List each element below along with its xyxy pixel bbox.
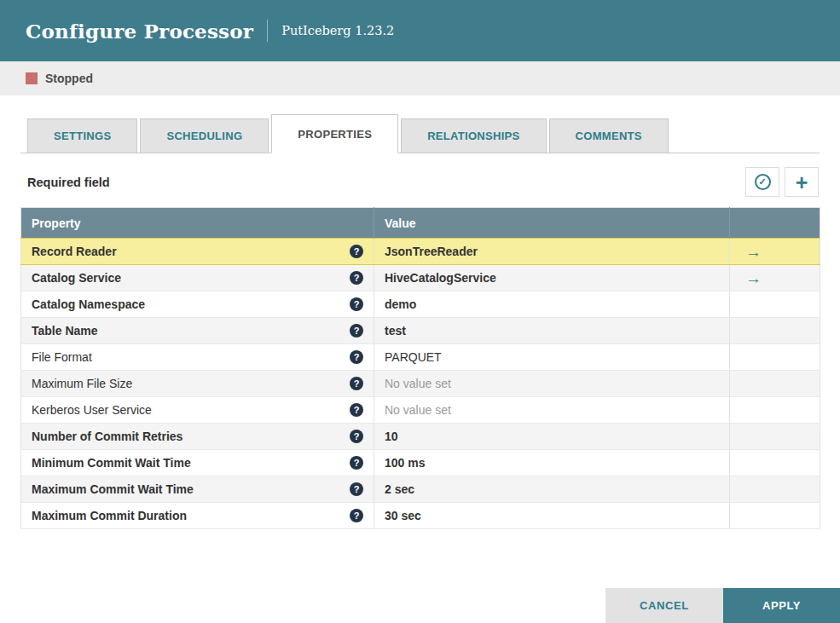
- property-name: Minimum Commit Wait Time: [32, 456, 191, 470]
- property-name-cell: Maximum File Size?: [21, 371, 374, 397]
- question-circle-icon[interactable]: ?: [350, 509, 363, 522]
- property-value[interactable]: No value set: [374, 371, 730, 397]
- question-circle-icon[interactable]: ?: [350, 456, 363, 470]
- dialog-header: Configure Processor PutIceberg 1.23.2: [0, 0, 840, 61]
- property-name-cell: Catalog Service?: [21, 265, 374, 291]
- property-name: Maximum Commit Wait Time: [32, 482, 194, 496]
- property-name-cell: Maximum Commit Duration?: [21, 503, 374, 529]
- property-name-cell: File Format?: [21, 344, 374, 371]
- go-to-service-arrow-icon[interactable]: →: [745, 269, 762, 287]
- property-name: Maximum File Size: [32, 377, 132, 390]
- actions-cell: →: [730, 265, 820, 291]
- property-row-maximum-commit-wait-time[interactable]: Maximum Commit Wait Time?2 sec: [21, 476, 820, 503]
- actions-cell: →: [730, 239, 820, 265]
- property-value[interactable]: 100 ms: [374, 450, 730, 476]
- property-value[interactable]: No value set: [374, 397, 730, 424]
- column-header-property: Property: [21, 208, 374, 239]
- question-circle-icon[interactable]: ?: [350, 403, 363, 417]
- property-name-cell: Record Reader?: [21, 239, 374, 265]
- apply-button[interactable]: APPLY: [723, 588, 840, 623]
- property-row-record-reader[interactable]: Record Reader?JsonTreeReader→: [21, 239, 820, 265]
- properties-toolbar: Required field ✓ +: [27, 167, 819, 197]
- property-row-maximum-commit-duration[interactable]: Maximum Commit Duration?30 sec: [21, 503, 820, 529]
- tab-bar: SETTINGSSCHEDULINGPROPERTIESRELATIONSHIP…: [20, 114, 820, 153]
- property-value[interactable]: 2 sec: [374, 476, 730, 503]
- property-name: Table Name: [32, 324, 98, 337]
- processor-type-version: PutIceberg 1.23.2: [281, 24, 394, 37]
- property-row-catalog-namespace[interactable]: Catalog Namespace?demo: [21, 291, 820, 318]
- property-name-cell: Maximum Commit Wait Time?: [21, 476, 374, 503]
- tab-relationships[interactable]: RELATIONSHIPS: [401, 118, 546, 153]
- question-circle-icon[interactable]: ?: [350, 350, 363, 364]
- check-circle-icon: ✓: [755, 174, 771, 190]
- column-header-actions: [730, 208, 820, 239]
- property-name: Maximum Commit Duration: [32, 509, 187, 522]
- plus-icon: +: [796, 173, 808, 192]
- question-circle-icon[interactable]: ?: [350, 482, 363, 496]
- property-value[interactable]: demo: [374, 291, 730, 318]
- tab-settings[interactable]: SETTINGS: [27, 118, 137, 153]
- property-name: Number of Commit Retries: [32, 430, 182, 443]
- question-circle-icon[interactable]: ?: [350, 377, 363, 390]
- required-field-label: Required field: [27, 176, 110, 189]
- property-row-catalog-service[interactable]: Catalog Service?HiveCatalogService→: [21, 265, 820, 291]
- property-name: Catalog Namespace: [32, 297, 145, 311]
- property-name-cell: Kerberos User Service?: [21, 397, 374, 424]
- property-name-cell: Number of Commit Retries?: [21, 424, 374, 450]
- actions-cell: [730, 291, 820, 318]
- verify-properties-button[interactable]: ✓: [745, 167, 779, 197]
- actions-cell: [730, 476, 820, 503]
- tab-comments[interactable]: COMMENTS: [549, 118, 669, 153]
- property-value[interactable]: 10: [374, 424, 730, 450]
- property-value[interactable]: HiveCatalogService: [374, 265, 730, 291]
- status-bar: Stopped: [0, 61, 840, 95]
- property-name: Kerberos User Service: [32, 403, 152, 417]
- go-to-service-arrow-icon[interactable]: →: [745, 243, 762, 261]
- tab-properties[interactable]: PROPERTIES: [271, 114, 398, 153]
- actions-cell: [730, 503, 820, 529]
- question-circle-icon[interactable]: ?: [350, 430, 363, 443]
- question-circle-icon[interactable]: ?: [350, 245, 363, 258]
- property-name-cell: Minimum Commit Wait Time?: [21, 450, 374, 476]
- column-header-value: Value: [374, 208, 730, 239]
- dialog-content: SETTINGSSCHEDULINGPROPERTIESRELATIONSHIP…: [0, 95, 840, 529]
- actions-cell: [730, 344, 820, 371]
- property-row-file-format[interactable]: File Format?PARQUET: [21, 344, 820, 371]
- actions-cell: [730, 397, 820, 424]
- status-label: Stopped: [45, 72, 93, 85]
- property-row-number-of-commit-retries[interactable]: Number of Commit Retries?10: [21, 424, 820, 450]
- property-name-cell: Catalog Namespace?: [21, 291, 374, 318]
- title-separator: [267, 20, 268, 42]
- cancel-button[interactable]: CANCEL: [605, 588, 723, 623]
- actions-cell: [730, 371, 820, 397]
- property-row-table-name[interactable]: Table Name?test: [21, 318, 820, 344]
- property-name: Record Reader: [32, 245, 117, 258]
- property-value[interactable]: PARQUET: [374, 344, 730, 371]
- property-row-kerberos-user-service[interactable]: Kerberos User Service?No value set: [21, 397, 820, 424]
- configure-processor-dialog: Configure Processor PutIceberg 1.23.2 St…: [0, 0, 840, 529]
- property-value[interactable]: test: [374, 318, 730, 344]
- property-value[interactable]: 30 sec: [374, 503, 730, 529]
- dialog-footer: CANCEL APPLY: [605, 588, 840, 623]
- stopped-square-icon: [26, 72, 38, 84]
- question-circle-icon[interactable]: ?: [350, 297, 363, 311]
- properties-table: Property Value Record Reader?JsonTreeRea…: [20, 207, 820, 529]
- property-value[interactable]: JsonTreeReader: [374, 239, 730, 265]
- table-header-row: Property Value: [21, 208, 820, 239]
- tab-scheduling[interactable]: SCHEDULING: [140, 118, 269, 153]
- toolbar-buttons: ✓ +: [740, 167, 819, 197]
- property-name: File Format: [32, 350, 92, 364]
- property-name-cell: Table Name?: [21, 318, 374, 344]
- dialog-title: Configure Processor: [26, 20, 253, 43]
- actions-cell: [730, 424, 820, 450]
- add-property-button[interactable]: +: [785, 167, 819, 197]
- actions-cell: [730, 450, 820, 476]
- property-row-maximum-file-size[interactable]: Maximum File Size?No value set: [21, 371, 820, 397]
- property-name: Catalog Service: [32, 271, 121, 285]
- property-row-minimum-commit-wait-time[interactable]: Minimum Commit Wait Time?100 ms: [21, 450, 820, 476]
- actions-cell: [730, 318, 820, 344]
- question-circle-icon[interactable]: ?: [350, 324, 363, 337]
- question-circle-icon[interactable]: ?: [350, 271, 363, 285]
